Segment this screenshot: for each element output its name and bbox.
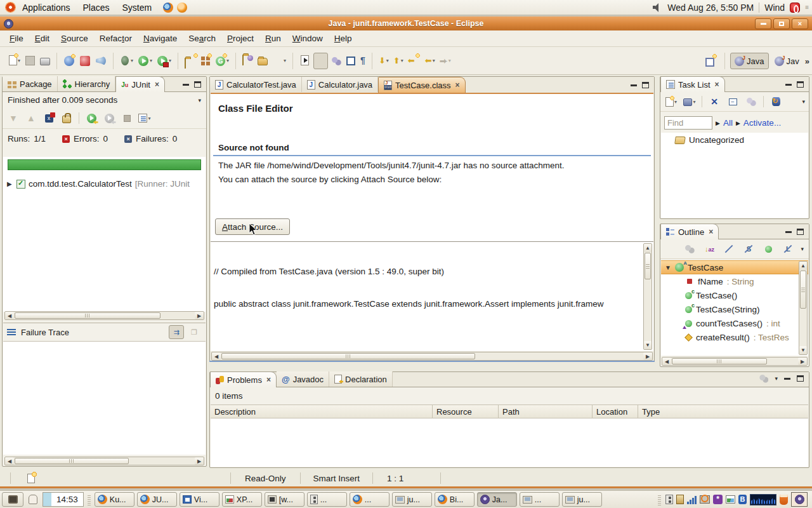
outline-vscrollbar[interactable]: ▲ ▼ [799, 261, 808, 355]
taskbar-window-ku[interactable]: Ku... [95, 492, 134, 507]
window-titlebar[interactable]: Java - junit.framework.TestCase - Eclips… [0, 17, 812, 30]
scroll-down-icon[interactable]: ▼ [644, 341, 652, 349]
taskbar-window-java-eclipse[interactable]: Ja... [477, 492, 517, 507]
next-annotation-button[interactable]: ⬇▾ [377, 53, 390, 69]
hide-static-button[interactable]: S [742, 243, 756, 255]
maximize-view-icon[interactable] [797, 375, 804, 382]
scroll-left-icon[interactable]: ◀ [5, 457, 14, 465]
linked-dots-button[interactable] [330, 53, 343, 69]
spectrum-analyzer-widget[interactable] [750, 494, 776, 505]
back-button[interactable]: ⬅▾ [424, 53, 436, 69]
menu-help[interactable]: Help [329, 30, 358, 47]
close-tab-icon[interactable]: × [709, 227, 713, 236]
scroll-up-icon[interactable]: ▲ [644, 244, 652, 252]
view-menu-icon[interactable]: ▾ [775, 375, 778, 382]
shutdown-icon[interactable] [790, 3, 800, 13]
tab-package-explorer[interactable]: Package [3, 76, 58, 91]
view-menu-icon[interactable]: ▾ [198, 97, 201, 104]
column-description[interactable]: Description [211, 405, 433, 418]
mark-occurrences-button[interactable] [313, 53, 328, 69]
pointer-hand-icon[interactable] [29, 495, 37, 504]
activate-link[interactable]: Activate... [743, 118, 781, 128]
column-resource[interactable]: Resource [433, 405, 499, 418]
print-button[interactable] [39, 53, 51, 69]
rerun-failed-first-button[interactable] [102, 112, 116, 124]
hide-non-public-button[interactable] [761, 243, 775, 255]
task-tip-icon[interactable] [27, 474, 35, 483]
close-tab-icon[interactable]: × [715, 80, 719, 89]
expander-icon[interactable]: ▼ [665, 264, 671, 271]
menu-applications[interactable]: Applications [16, 0, 77, 15]
taskbar-window-vi[interactable]: Vi... [180, 492, 219, 507]
search-button[interactable]: ▾ [271, 53, 287, 69]
hide-completed-button[interactable]: ✕ [707, 95, 721, 108]
outline-member-testcase-string-ctor[interactable]: TestCase(String) [661, 302, 808, 316]
find-input[interactable] [664, 116, 712, 130]
close-tab-icon[interactable]: × [266, 375, 271, 384]
taskbar-window-firefox[interactable]: ... [350, 492, 390, 507]
taskbar-clock[interactable]: 14:53 [43, 492, 84, 507]
minimize-button[interactable] [755, 18, 771, 29]
column-location[interactable]: Location [593, 405, 638, 418]
package-manager-icon[interactable]: * [713, 495, 723, 504]
outline-member-testcase-ctor[interactable]: TestCase() [661, 288, 808, 302]
scroll-right-icon[interactable]: ▶ [798, 358, 807, 365]
scroll-right-icon[interactable]: ▶ [195, 457, 204, 465]
show-whitespace-button[interactable]: ¶ [359, 53, 367, 69]
scroll-left-icon[interactable]: ◀ [212, 352, 221, 360]
column-type[interactable]: Type [638, 405, 808, 418]
collapse-all-button[interactable]: − [726, 95, 740, 108]
blue-globe-button[interactable] [62, 53, 76, 69]
scroll-left-icon[interactable]: ◀ [5, 312, 14, 319]
network-signal-icon[interactable] [687, 495, 697, 504]
focus-actions-button[interactable] [744, 95, 758, 108]
minimize-view-icon[interactable] [784, 378, 790, 380]
focus-icon[interactable] [759, 374, 768, 383]
menu-project[interactable]: Project [221, 30, 259, 47]
editor-hscrollbar[interactable]: ◀ ▶ [211, 352, 653, 361]
maximize-view-icon[interactable] [797, 229, 804, 235]
all-link[interactable]: All [723, 118, 733, 128]
menu-system[interactable]: System [116, 0, 159, 15]
close-tab-icon[interactable]: × [155, 80, 159, 89]
menu-refactor[interactable]: Refactor [94, 30, 138, 47]
tab-calculatortest-java[interactable]: JCalculatorTest.java [210, 77, 302, 92]
close-button[interactable]: × [792, 18, 808, 29]
scroll-right-icon[interactable]: ▶ [643, 352, 652, 360]
category-uncategorized[interactable]: Uncategorized [661, 133, 808, 147]
last-edit-location-button[interactable]: ⬅ [407, 53, 422, 69]
menu-window[interactable]: Window [287, 30, 329, 47]
junit-tree-hscrollbar[interactable]: ◀ ▶ [4, 311, 204, 320]
code-vscrollbar[interactable]: ▲ ▼ [643, 243, 652, 350]
bytecode-view[interactable]: // Compiled from TestCase.java (version … [211, 241, 653, 351]
forward-button[interactable]: ⮕▾ [438, 53, 452, 69]
run-external-button[interactable]: ▾ [155, 53, 173, 69]
volume-tray-icon[interactable] [665, 495, 673, 504]
show-failures-only-button[interactable]: x [42, 112, 56, 124]
outline-member-fname[interactable]: fName : String [661, 274, 808, 288]
outline-root-testcase[interactable]: ▼ TestCase [661, 260, 808, 274]
minimize-view-icon[interactable] [785, 84, 792, 86]
ubuntu-logo-icon[interactable] [5, 2, 16, 13]
volume-icon[interactable] [653, 3, 662, 11]
toolbar-overflow-chevron[interactable]: » [805, 57, 809, 66]
view-menu-icon[interactable]: ▾ [802, 98, 805, 105]
tab-junit[interactable]: JJUnit× [115, 76, 165, 92]
scroll-right-icon[interactable]: ▶ [195, 312, 204, 319]
outline-member-createresult[interactable]: createResult() : TestRes [661, 330, 808, 344]
menu-navigate[interactable]: Navigate [138, 30, 183, 47]
screen-magnifier-icon[interactable] [700, 495, 710, 504]
menu-run[interactable]: Run [259, 30, 287, 47]
tab-testcase-class[interactable]: TestCase.class× [378, 77, 465, 93]
show-trace-in-console-button[interactable]: ⇉ [169, 325, 184, 339]
user-switcher[interactable]: Wind [764, 3, 785, 13]
open-perspective-button[interactable] [701, 53, 719, 69]
tab-outline[interactable]: Outline× [660, 224, 719, 239]
close-tab-icon[interactable]: × [455, 81, 460, 90]
bluetooth-icon[interactable]: B [738, 495, 747, 504]
maximize-editor-icon[interactable] [642, 82, 649, 88]
maximize-button[interactable] [773, 18, 790, 29]
minimize-view-icon[interactable] [183, 84, 189, 86]
tab-problems[interactable]: Problems× [210, 371, 277, 387]
taskbar-window-xp[interactable]: XP... [222, 492, 262, 507]
